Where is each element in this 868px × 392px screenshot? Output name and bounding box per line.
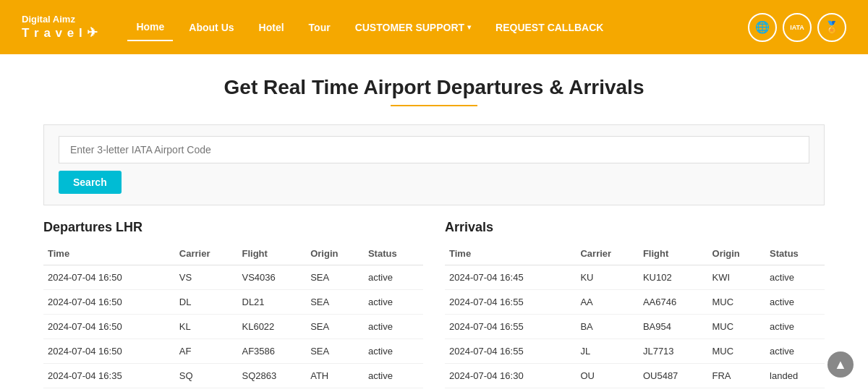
nav-request-callback[interactable]: REQUEST CALLBACK xyxy=(487,14,612,41)
search-button[interactable]: Search xyxy=(59,171,122,194)
arr-col-origin: Origin xyxy=(708,242,766,265)
departures-header-row: Time Carrier Flight Origin Status xyxy=(43,242,423,265)
table-row: 2024-07-04 16:50DLDL21SEAactive xyxy=(43,290,423,315)
nav-home[interactable]: Home xyxy=(127,14,173,41)
logo-line2: T r a v e l ✈ xyxy=(22,25,98,41)
arr-col-status: Status xyxy=(765,242,825,265)
dep-col-flight: Flight xyxy=(238,242,307,265)
arrivals-thead: Time Carrier Flight Origin Status xyxy=(445,242,825,265)
dep-col-carrier: Carrier xyxy=(175,242,238,265)
dep-col-status: Status xyxy=(364,242,423,265)
table-row: 2024-07-04 16:35ACAC6038ATHactive xyxy=(43,388,423,393)
search-input[interactable] xyxy=(59,136,809,163)
globe-icon[interactable]: 🌐 xyxy=(748,13,777,42)
arr-col-flight: Flight xyxy=(639,242,708,265)
dep-col-time: Time xyxy=(43,242,175,265)
header: Digital Aimz T r a v e l ✈ Home About Us… xyxy=(0,0,868,54)
plane-icon: ✈ xyxy=(87,25,98,41)
table-row: 2024-07-04 16:55AAAA6746MUCactive xyxy=(445,290,825,315)
table-row: 2024-07-04 16:55JLJL7713MUCactive xyxy=(445,339,825,364)
departures-table: Time Carrier Flight Origin Status 2024-0… xyxy=(43,242,423,392)
award-icon: 🏅 xyxy=(817,13,846,42)
table-row: 2024-07-04 16:45KUKU102KWIactive xyxy=(445,265,825,290)
header-icons: 🌐 IATA 🏅 xyxy=(748,13,846,42)
nav-customer-support[interactable]: CUSTOMER SUPPORT ▾ xyxy=(346,14,480,41)
nav-about[interactable]: About Us xyxy=(180,14,242,41)
scroll-up-button[interactable]: ▲ xyxy=(827,351,854,378)
arrivals-title: Arrivals xyxy=(445,220,825,235)
iata-icon: IATA xyxy=(783,13,812,42)
arrivals-table: Time Carrier Flight Origin Status 2024-0… xyxy=(445,242,825,392)
departures-tbody: 2024-07-04 16:50VSVS4036SEAactive2024-07… xyxy=(43,265,423,393)
logo: Digital Aimz T r a v e l ✈ xyxy=(22,14,98,41)
title-underline xyxy=(391,105,477,106)
table-row: 2024-07-04 16:50VSVS4036SEAactive xyxy=(43,265,423,290)
nav-tour[interactable]: Tour xyxy=(300,14,339,41)
table-row: 2024-07-04 16:50AFAF3586SEAactive xyxy=(43,339,423,364)
main-nav: Home About Us Hotel Tour CUSTOMER SUPPOR… xyxy=(127,14,748,41)
logo-line1: Digital Aimz xyxy=(22,14,98,25)
page-title: Get Real Time Airport Departures & Arriv… xyxy=(43,76,825,99)
table-row: 2024-07-04 16:30NHNH6136FRAlanded xyxy=(445,388,825,393)
departures-thead: Time Carrier Flight Origin Status xyxy=(43,242,423,265)
chevron-down-icon: ▾ xyxy=(467,23,471,31)
arrivals-tbody: 2024-07-04 16:45KUKU102KWIactive2024-07-… xyxy=(445,265,825,393)
search-area: Search xyxy=(43,124,825,205)
table-row: 2024-07-04 16:30OUOU5487FRAlanded xyxy=(445,364,825,388)
arrivals-header-row: Time Carrier Flight Origin Status xyxy=(445,242,825,265)
table-row: 2024-07-04 16:35SQSQ2863ATHactive xyxy=(43,364,423,388)
arr-col-time: Time xyxy=(445,242,576,265)
arr-col-carrier: Carrier xyxy=(576,242,638,265)
tables-container: Departures LHR Time Carrier Flight Origi… xyxy=(43,220,825,392)
table-row: 2024-07-04 16:50KLKL6022SEAactive xyxy=(43,315,423,339)
departures-title: Departures LHR xyxy=(43,220,423,235)
main-content: Get Real Time Airport Departures & Arriv… xyxy=(14,54,854,392)
arrivals-section: Arrivals Time Carrier Flight Origin Stat… xyxy=(445,220,825,392)
departures-section: Departures LHR Time Carrier Flight Origi… xyxy=(43,220,423,392)
nav-hotel[interactable]: Hotel xyxy=(250,14,293,41)
dep-col-origin: Origin xyxy=(306,242,364,265)
table-row: 2024-07-04 16:55BABA954MUCactive xyxy=(445,315,825,339)
